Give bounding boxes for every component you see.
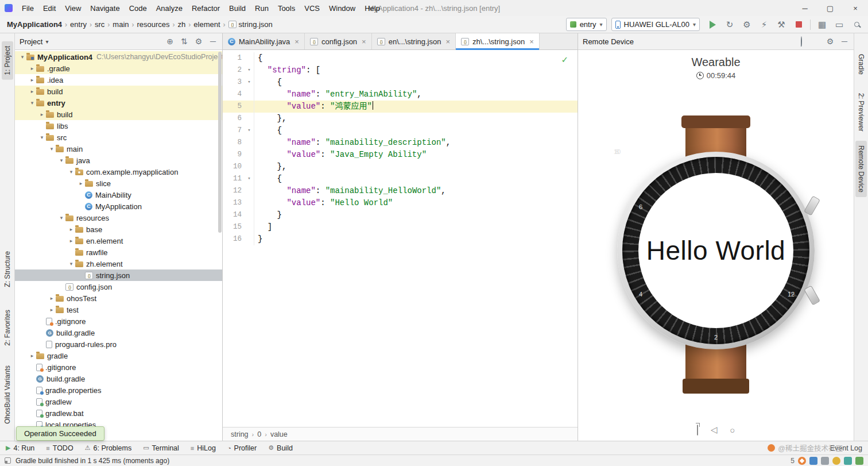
code-line-9[interactable]: 9 "value": "Java_Empty Ability" <box>223 149 578 161</box>
run-icon[interactable] <box>707 19 718 30</box>
menu-item-navigate[interactable]: Navigate <box>86 1 124 16</box>
restart-icon[interactable]: ↻ <box>724 19 735 30</box>
ime-mode-icon[interactable] <box>821 457 829 465</box>
breadcrumb-item-entry[interactable]: entry <box>70 20 87 29</box>
tool-window-button-4-run[interactable]: ▶4: Run <box>6 444 34 452</box>
code-line-8[interactable]: 8 "name": "mainability_description", <box>223 137 578 149</box>
breadcrumb-item-myapplication4[interactable]: MyApplication4 <box>7 20 62 29</box>
editor-breadcrumb-item-string[interactable]: string <box>231 430 249 438</box>
menu-item-help[interactable]: Help <box>360 1 385 16</box>
chevron-down-icon[interactable]: ▾ <box>18 54 26 60</box>
code-line-12[interactable]: 12 "name": "mainability_HelloWorld", <box>223 185 578 197</box>
code-line-4[interactable]: 4 "name": "entry_MainAbility", <box>223 88 578 101</box>
tool-strip-button-1-project[interactable]: 1: Project <box>2 41 13 80</box>
tree-row-config-json[interactable]: { }config.json <box>15 281 222 292</box>
menu-item-vcs[interactable]: VCS <box>300 1 324 16</box>
tree-row-src[interactable]: ▾src <box>15 132 222 143</box>
device-screen[interactable]: Hello World <box>638 173 793 328</box>
chevron-down-icon[interactable]: ▾ <box>48 146 56 152</box>
tree-row-myapplication[interactable]: CMyApplication <box>15 201 222 212</box>
close-icon[interactable]: × <box>445 37 450 46</box>
tree-row-resources[interactable]: ▾resources <box>15 212 222 224</box>
back-icon[interactable]: ◁ <box>711 425 718 435</box>
tool-window-button-hilog[interactable]: ≡HiLog <box>191 444 216 452</box>
console-icon[interactable]: ▭ <box>834 19 845 30</box>
chevron-down-icon[interactable]: ▾ <box>57 215 65 221</box>
search-icon[interactable] <box>851 19 862 30</box>
chevron-down-icon[interactable]: ▾ <box>67 261 75 267</box>
device-select[interactable]: HUAWEI GLL-AL00 ▾ <box>611 18 700 31</box>
editor-tab-en-string-json[interactable]: { }en\...\string.json× <box>372 33 456 49</box>
chevron-right-icon[interactable]: ▸ <box>28 353 36 359</box>
breadcrumb-item-resources[interactable]: resources <box>137 20 170 29</box>
menu-item-view[interactable]: View <box>60 1 86 16</box>
tree-row-myapplication4[interactable]: ▾MyApplication4C:\Users\zhangyu\DevEcoSt… <box>15 51 222 63</box>
tree-row-test[interactable]: ▸test <box>15 304 222 315</box>
tree-row-base[interactable]: ▸base <box>15 224 222 235</box>
editor-tab-mainability-java[interactable]: CMainAbility.java× <box>223 33 305 49</box>
minimize-button[interactable]: ─ <box>792 1 817 16</box>
tool-strip-button-ohosbuild-variants[interactable]: OhosBuild Variants <box>2 361 13 429</box>
tool-window-button-terminal[interactable]: ▭Terminal <box>143 444 179 452</box>
menu-item-run[interactable]: Run <box>250 1 273 16</box>
tree-row-entry[interactable]: ▾entry <box>15 97 222 109</box>
menu-item-refactor[interactable]: Refactor <box>187 1 224 16</box>
settings-icon[interactable]: ⚙ <box>826 37 835 46</box>
project-scrollbar[interactable] <box>218 52 222 233</box>
fold-marker-icon[interactable]: ▾ <box>245 64 254 76</box>
code-line-16[interactable]: 16} <box>223 233 578 245</box>
sdk-manager-icon[interactable]: ⚒ <box>776 19 787 30</box>
settings-icon[interactable]: ⚙ <box>194 37 203 46</box>
tree-row-idea[interactable]: ▸.idea <box>15 74 222 86</box>
menu-item-window[interactable]: Window <box>324 1 360 16</box>
code-line-14[interactable]: 14 } <box>223 209 578 221</box>
hide-panel-icon[interactable]: ─ <box>840 37 849 46</box>
tree-row-gitignore[interactable]: .gitignore <box>15 315 222 327</box>
chevron-down-icon[interactable]: ▾ <box>38 134 46 140</box>
sync-settings-icon[interactable]: ⚙ <box>741 19 753 30</box>
ime-keyboard-icon[interactable] <box>855 457 863 465</box>
tree-row-build-gradle[interactable]: Gbuild.gradle <box>15 373 222 384</box>
menu-item-build[interactable]: Build <box>224 1 250 16</box>
inspections-ok-icon[interactable]: ✓ <box>561 55 568 65</box>
ime-language-icon[interactable] <box>809 457 817 465</box>
chevron-right-icon[interactable]: ▸ <box>28 77 36 83</box>
code-editor[interactable]: ✓ 1{2▾ "string": [3▾ {4 "name": "entry_M… <box>223 50 578 427</box>
ime-emoji-icon[interactable] <box>832 457 840 465</box>
menu-item-file[interactable]: File <box>17 1 38 16</box>
chevron-right-icon[interactable]: ▸ <box>28 66 36 71</box>
close-button[interactable]: × <box>843 1 868 16</box>
tree-row-build[interactable]: ▸build <box>15 109 222 120</box>
editor-breadcrumb-item-value[interactable]: value <box>270 430 288 438</box>
breadcrumb-item-zh[interactable]: zh <box>178 20 186 29</box>
collapse-icon[interactable]: ⇅ <box>180 37 189 46</box>
hdc-icon[interactable]: ⚡ <box>758 19 770 30</box>
editor-breadcrumb-item-0[interactable]: 0 <box>257 430 261 438</box>
breadcrumb-item-src[interactable]: src <box>95 20 104 29</box>
menu-item-code[interactable]: Code <box>125 1 152 16</box>
tree-row-ohostest[interactable]: ▸ohosTest <box>15 292 222 304</box>
tool-window-button-profiler[interactable]: ◔Profiler <box>227 444 257 452</box>
tree-row-gradle[interactable]: ▸gradle <box>15 350 222 361</box>
code-line-11[interactable]: 11▾ { <box>223 173 578 185</box>
tree-row-main[interactable]: ▾main <box>15 143 222 155</box>
close-icon[interactable]: × <box>529 37 534 46</box>
code-line-3[interactable]: 3▾ { <box>223 76 578 88</box>
rotate-screen-icon[interactable] <box>697 425 698 435</box>
tree-row-gradle[interactable]: ▸.gradle <box>15 63 222 74</box>
editor-tab-config-json[interactable]: { }config.json× <box>305 33 372 49</box>
tool-window-button-todo[interactable]: ≡TODO <box>46 444 73 452</box>
tree-row-zh-element[interactable]: ▾zh.element <box>15 258 222 269</box>
tree-row-rawfile[interactable]: rawfile <box>15 247 222 258</box>
locate-icon[interactable]: ⊕ <box>165 37 175 46</box>
tool-strip-button-2-favorites[interactable]: 2: Favorites <box>2 305 13 351</box>
code-line-6[interactable]: 6 }, <box>223 113 578 125</box>
tree-row-gradlew-bat[interactable]: gradlew.bat <box>15 407 222 419</box>
code-line-2[interactable]: 2▾ "string": [ <box>223 64 578 76</box>
tool-strip-button-remote-device[interactable]: Remote Device <box>855 141 867 197</box>
fold-marker-icon[interactable]: ▾ <box>245 125 254 137</box>
close-icon[interactable]: × <box>362 37 366 46</box>
fold-marker-icon[interactable]: ▾ <box>245 76 254 88</box>
tree-row-com-example-myapplication[interactable]: ▾com.example.myapplication <box>15 166 222 178</box>
tool-strip-button-gradle[interactable]: Gradle <box>855 49 867 79</box>
